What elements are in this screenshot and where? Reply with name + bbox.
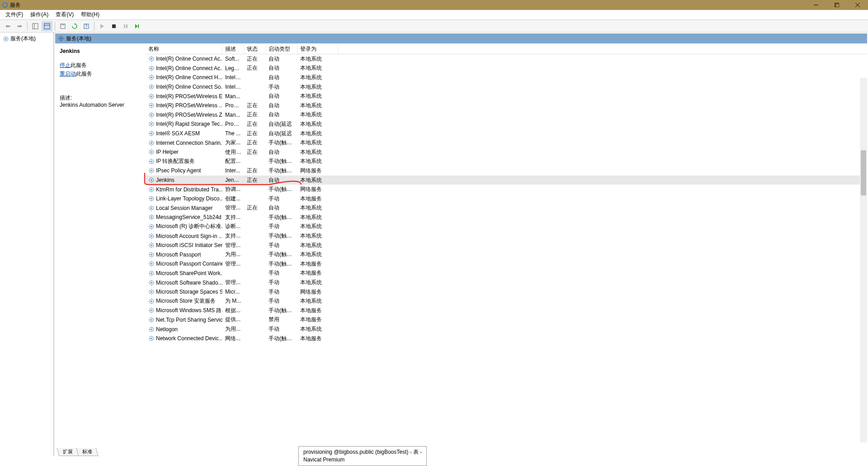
- service-status: [244, 96, 266, 97]
- gear-icon: [148, 214, 155, 220]
- export-button[interactable]: [57, 21, 68, 31]
- service-name: Microsoft (R) 诊断中心标准...: [156, 223, 222, 230]
- gear-icon: [148, 130, 155, 137]
- service-row[interactable]: IP Helper使用 ...正在自动本地系统: [146, 147, 867, 157]
- service-logon: 本地系统: [297, 73, 338, 82]
- maximize-button[interactable]: [826, 0, 847, 10]
- service-row[interactable]: Microsoft Account Sign-in ...支持...手动(触发.…: [146, 231, 867, 241]
- service-startup: 自动: [266, 176, 297, 185]
- restart-service-link[interactable]: 重启动: [60, 71, 76, 77]
- close-button[interactable]: [847, 0, 868, 10]
- service-desc: Man...: [222, 111, 244, 119]
- service-row[interactable]: Link-Layer Topology Disco...创建...手动本地服务: [146, 194, 867, 204]
- service-startup: 自动: [266, 101, 297, 110]
- col-header-status[interactable]: 状态: [244, 44, 266, 54]
- service-row[interactable]: Microsoft SharePoint Work...手动本地服务: [146, 269, 867, 278]
- service-row[interactable]: Microsoft Windows SMS 路...根据...手动(触发...本…: [146, 306, 867, 315]
- svg-point-66: [151, 263, 152, 265]
- service-status: [244, 319, 266, 320]
- service-status: [244, 301, 266, 302]
- service-row[interactable]: Intel(R) Online Connect H...Intel(...自动本…: [146, 73, 867, 82]
- stop-button[interactable]: [108, 21, 119, 31]
- restart-button[interactable]: [132, 21, 143, 31]
- service-status: [244, 338, 266, 339]
- gear-icon: [148, 167, 155, 174]
- service-row[interactable]: KtmRm for Distributed Tra...协调...手动(触发..…: [146, 185, 867, 194]
- service-row[interactable]: Intel(R) Online Connect Ac...Lega...正在自动…: [146, 64, 867, 73]
- service-desc: Intel(...: [222, 74, 244, 81]
- service-row[interactable]: IP 转换配置服务配置...手动(触发...本地系统: [146, 157, 867, 166]
- svg-point-46: [151, 170, 152, 172]
- service-row[interactable]: MessagingService_51b24d支持...手动(触发...本地系统: [146, 213, 867, 222]
- tab-standard[interactable]: 标准: [76, 448, 99, 456]
- service-row[interactable]: IPsec Policy AgentInter...正在手动(触发...网络服务: [146, 166, 867, 176]
- menu-view[interactable]: 查看(V): [52, 10, 77, 19]
- description-text: Jenkins Automation Server: [60, 102, 141, 108]
- service-row[interactable]: Netlogon为用...手动本地系统: [146, 324, 867, 334]
- service-row[interactable]: Intel(R) Online Connect So...Intel(...手动…: [146, 82, 867, 92]
- gear-icon: [148, 112, 155, 118]
- col-header-startup[interactable]: 启动类型: [266, 44, 297, 54]
- menu-file[interactable]: 文件(F): [2, 10, 27, 19]
- right-header-label: 服务(本地): [66, 35, 91, 43]
- nav-forward-button[interactable]: ➡: [14, 21, 25, 31]
- service-desc: 创建...: [222, 195, 244, 203]
- col-header-name[interactable]: 名称: [146, 44, 222, 54]
- pause-button[interactable]: [120, 21, 131, 31]
- service-row[interactable]: Microsoft Software Shado...管理...手动本地系统: [146, 278, 867, 287]
- service-startup: 手动(触发...: [266, 334, 297, 343]
- service-row[interactable]: JenkinsJenki...正在自动本地系统: [146, 176, 867, 185]
- service-name: IPsec Policy Agent: [156, 167, 201, 174]
- col-header-logon[interactable]: 登录为: [297, 44, 338, 54]
- service-row[interactable]: Microsoft iSCSI Initiator Ser...管理...手动本…: [146, 241, 867, 250]
- service-row[interactable]: Intel(R) PROSet/Wireless E...Man...自动本地系…: [146, 91, 867, 101]
- play-button[interactable]: [97, 21, 108, 31]
- service-name: Microsoft Passport Container: [156, 261, 222, 267]
- gear-icon: [148, 233, 155, 239]
- svg-point-44: [151, 161, 152, 162]
- service-row[interactable]: Microsoft Passport为用...手动(触发...本地系统: [146, 250, 867, 259]
- svg-point-26: [151, 77, 152, 79]
- service-row[interactable]: Intel® SGX AESMThe ...正在自动(延迟本地系统: [146, 129, 867, 138]
- nav-back-button[interactable]: ⬅: [2, 21, 13, 31]
- minimize-button[interactable]: [806, 0, 826, 10]
- detail-view-button[interactable]: [42, 21, 52, 31]
- refresh-button[interactable]: [69, 21, 80, 31]
- service-row[interactable]: Microsoft Passport Container管理...手动(触发..…: [146, 259, 867, 269]
- col-header-desc[interactable]: 描述: [222, 44, 244, 54]
- service-row[interactable]: Local Session Manager管理...正在自动本地系统: [146, 204, 867, 213]
- tab-extended[interactable]: 扩展: [57, 448, 79, 456]
- service-desc: 为用...: [222, 250, 244, 259]
- service-row[interactable]: Intel(R) Rapid Storage Tec...Provi...正在自…: [146, 119, 867, 129]
- service-row[interactable]: Microsoft Store 安装服务为 M...手动本地系统: [146, 296, 867, 306]
- service-row[interactable]: Microsoft Storage Spaces SMicr...手动网络服务: [146, 287, 867, 297]
- service-name: Microsoft SharePoint Work...: [156, 270, 222, 276]
- service-row[interactable]: Intel(R) Online Connect Ac...Soft...正在自动…: [146, 54, 867, 64]
- svg-point-64: [151, 254, 152, 256]
- stop-service-link[interactable]: 停止: [60, 62, 71, 68]
- gear-icon: [148, 289, 155, 295]
- gear-icon: [148, 74, 155, 81]
- service-row[interactable]: Intel(R) PROSet/Wireless ...Provi...正在自动…: [146, 101, 867, 110]
- menu-action[interactable]: 操作(A): [27, 10, 52, 19]
- help-button[interactable]: ?: [81, 21, 92, 31]
- service-row[interactable]: Internet Connection Sharin...为家...正在手动(触…: [146, 138, 867, 147]
- service-name: Intel(R) PROSet/Wireless E...: [156, 93, 222, 100]
- service-row[interactable]: Microsoft (R) 诊断中心标准...诊断...手动本地系统: [146, 222, 867, 232]
- service-row[interactable]: Network Connected Devic...网络...手动(触发...本…: [146, 334, 867, 343]
- menu-help[interactable]: 帮助(H): [77, 10, 103, 19]
- svg-rect-6: [33, 24, 38, 29]
- service-startup: 自动(延迟: [266, 129, 297, 138]
- service-status: [244, 161, 266, 162]
- toolbar-separator: [55, 22, 55, 31]
- svg-point-50: [151, 189, 152, 190]
- toolbar-separator: [94, 22, 94, 31]
- scrollbar-thumb[interactable]: [861, 150, 866, 195]
- service-row[interactable]: Intel(R) PROSet/Wireless Z...Man...正在自动本…: [146, 110, 867, 120]
- service-desc: Micr...: [222, 288, 244, 295]
- service-row[interactable]: Net.Tcp Port Sharing Service提供...禁用本地服务: [146, 315, 867, 325]
- tree-root-item[interactable]: 服务(本地): [1, 34, 52, 43]
- show-hide-button[interactable]: [30, 21, 41, 31]
- vertical-scrollbar[interactable]: [860, 78, 867, 442]
- service-startup: 手动(触发...: [266, 306, 297, 315]
